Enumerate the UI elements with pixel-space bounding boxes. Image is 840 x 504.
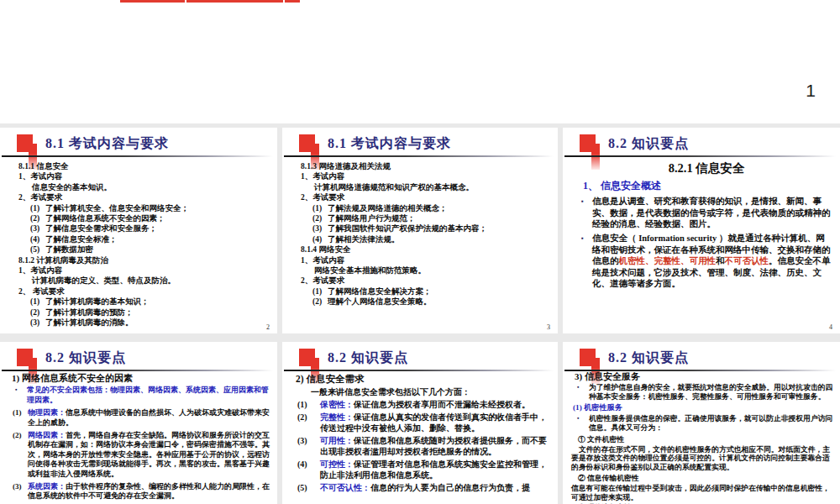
toolbar-edge-segment — [120, 0, 185, 3]
paragraph: 信息安全的基本知识。 — [32, 182, 272, 192]
item-text: 保证管理者对信息和信息系统实施安全监控和管理，防止非法利用信息和信息系统。 — [320, 459, 547, 480]
list-label: 1、考试内容 — [18, 171, 272, 181]
list-label: 2、考试要求 — [301, 276, 553, 286]
item-number: (4) — [312, 234, 322, 244]
item-text: 了解信息安全标准； — [45, 235, 118, 244]
bullet-item: ▪机密性服务提供信息的保密。正确使用该服务，就可以防止非授权用户访问信息。具体又… — [571, 414, 836, 433]
section-heading: 1) 网络信息系统不安全的因素 — [12, 374, 273, 383]
title-rule — [284, 370, 554, 371]
slide-body: 2) 信息安全需求 一般来讲信息安全需求包括以下几个方面： (1)保密性：保证信… — [292, 374, 553, 495]
list-label: 1、考试内容 — [301, 171, 553, 181]
slide-thumbnail-page-3[interactable]: 8.1 考试内容与要求 8.1.3 网络道德及相关法规 1、考试内容 计算机网络… — [282, 128, 558, 333]
term-label: 保密性： — [320, 400, 354, 409]
item-text: 了解我国软件知识产权保护法规的基本内容； — [328, 224, 487, 233]
list-item: (4)了解信息安全标准； — [18, 234, 272, 244]
list-item: (2)完整性：保证信息从真实的发信者传送到真实的收信者手中，传送过程中没有被他人… — [292, 412, 553, 433]
slide-body: 8.1.3 网络道德及相关法规 1、考试内容 计算机网络道德规范和知识产权的基本… — [301, 161, 553, 307]
list-item: (5)不可否认性：信息的行为人要为自己的信息行为负责，提 — [292, 482, 553, 493]
slide-body: 3) 信息安全服务 ▪为了维护信息自身的安全，就要抵抗对信息的安全威胁。用以对抗… — [571, 372, 836, 504]
list-item: (3)了解我国软件知识产权保护法规的基本内容； — [301, 223, 553, 234]
paragraph: 信息有可能在传输过程中受到攻击，因此必须同时保护在传输中的信息机密性，可通过加密… — [571, 484, 836, 502]
slide-title: 8.1 考试内容与要求 — [328, 135, 451, 153]
paragraph: 文件的存在形式不同，文件的机密性服务的方式也相应不同。对纸面文件，主要是存放这类… — [571, 445, 836, 472]
section-heading: 8.1.2 计算机病毒及其防治 — [18, 255, 272, 265]
item-number: (4) — [30, 234, 39, 244]
list-item: (1)保密性：保证信息为授权者享用而不泄漏给未经授权者。 — [292, 399, 553, 410]
bullet-icon: ▪ — [581, 196, 584, 207]
item-text: 保证信息从真实的发信者传送到真实的收信者手中，传送过程中没有被他人添加、删除、替… — [320, 412, 547, 433]
bullet-icon: ▪ — [577, 414, 579, 423]
slide-body: 1) 网络信息系统不安全的因素 ▪常见的不安全因素包括：物理因素、网络因素、系统… — [8, 374, 273, 504]
title-rule — [2, 155, 273, 157]
slide-title: 8.2 知识要点 — [608, 135, 689, 153]
slide-thumbnail-page-5[interactable]: 8.2 知识要点 1) 网络信息系统不安全的因素 ▪常见的不安全因素包括：物理因… — [0, 342, 277, 504]
list-item: (2)了解计算机病毒的预防； — [18, 307, 272, 318]
center-heading: 8.2.1 信息安全 — [580, 163, 833, 175]
slide-thumbnail-page-6[interactable]: 8.2 知识要点 2) 信息安全需求 一般来讲信息安全需求包括以下几个方面： (… — [282, 342, 558, 504]
term-label: 完整性： — [320, 412, 354, 422]
item-number: (1) — [312, 203, 322, 213]
item-number: (2) — [312, 297, 322, 307]
bullet-icon: ▪ — [15, 386, 17, 395]
list-label: 2、考试要求 — [301, 192, 553, 202]
item-number: (1) — [13, 408, 22, 417]
paragraph: 计算机网络道德规范和知识产权的基本概念。 — [314, 182, 553, 192]
term-label: 可用性： — [320, 436, 354, 445]
list-item: (4)了解相关法律法规。 — [301, 234, 553, 244]
item-text: 了解数据加密 — [45, 245, 93, 254]
item-number: (2) — [30, 213, 39, 223]
bullet-text: 为了维护信息自身的安全，就要抵抗对信息的安全威胁。用以对抗攻击的四种基本安全服务… — [589, 383, 832, 401]
bullet-item: ▪为了维护信息自身的安全，就要抵抗对信息的安全威胁。用以对抗攻击的四种基本安全服… — [571, 383, 836, 402]
list-item: (1)了解计算机安全、信息安全和网络安全； — [18, 203, 272, 213]
item-text: 了解计算机病毒的基本知识； — [45, 297, 150, 306]
section-heading: 3) 信息安全服务 — [575, 372, 836, 381]
highlight-red: 机密性、完整性、可用性 — [619, 256, 717, 265]
list-item: (3)系统因素：由于软件程序的复杂性、编程的多样性和人能力的局限性，在信息系统的… — [8, 482, 273, 501]
term-label: 物理因素： — [28, 408, 66, 417]
item-text: 了解法规及网络道德的相关概念； — [328, 204, 448, 213]
sub-heading: 一般来讲信息安全需求包括以下几个方面： — [311, 386, 553, 397]
list-item: (1)了解网络信息安全解决方案； — [301, 286, 553, 297]
title-rule — [564, 155, 836, 157]
list-item: (3)了解信息安全需求和安全服务； — [18, 223, 272, 234]
section-heading: 2) 信息安全需求 — [296, 374, 553, 385]
slide-thumbnail-page-2[interactable]: 8.1 考试内容与要求 8.1.1 信息安全 1、考试内容 信息安全的基本知识。… — [0, 128, 277, 333]
term-label: 不可否认性： — [320, 483, 370, 492]
item-text: 了解计算机病毒的预防； — [45, 308, 134, 317]
list-item: (3)可用性：保证信息和信息系统随时为授权者提供服务，而不要出现非授权者滥用却对… — [292, 435, 553, 457]
slide-body: 8.1.1 信息安全 1、考试内容 信息安全的基本知识。 2、考试要求 (1)了… — [18, 161, 272, 328]
toolbar-edge-segment — [285, 0, 300, 3]
slide-title: 8.1 考试内容与要求 — [45, 135, 169, 153]
item-text: 了解网络信息安全解决方案； — [328, 287, 432, 296]
highlight-red: 不可否认性 — [725, 256, 769, 265]
slide-thumbnail-page-4[interactable]: 8.2 知识要点 8.2.1 信息安全 1、 信息安全概述 ▪信息是从调查、研究… — [563, 128, 840, 333]
item-number: (1) — [312, 286, 322, 297]
item-text: 保证信息和信息系统随时为授权者提供服务，而不要出现非授权者滥用却对授权者拒绝服务… — [320, 436, 547, 456]
item-number: (1) — [297, 399, 307, 410]
item-number: (3) — [312, 223, 322, 234]
toolbar-edge-segment — [186, 0, 283, 3]
slide-thumbnail-page-7[interactable]: 8.2 知识要点 3) 信息安全服务 ▪为了维护信息自身的安全，就要抵抗对信息的… — [563, 342, 840, 504]
slide-page-number: 3 — [547, 323, 550, 331]
item-text: 了解相关法律法规。 — [328, 235, 400, 244]
bullet-text: 机密性服务提供信息的保密。正确使用该服务，就可以防止非授权用户访问信息。具体又可… — [589, 414, 832, 432]
item-text: 了解计算机病毒的消除。 — [45, 318, 134, 327]
item-number: (3) — [297, 435, 307, 446]
item-text: 保证信息为授权者享用而不泄漏给未经授权者。 — [354, 400, 530, 409]
list-item: (1)物理因素：信息系统中物理设备的自然损坏、人为破坏或灾难破坏带来安全上的威胁… — [8, 408, 273, 428]
slide-grid: 8.1 考试内容与要求 8.1.1 信息安全 1、考试内容 信息安全的基本知识。… — [0, 123, 840, 504]
list-label: 1、考试内容 — [18, 265, 272, 276]
bullet-text: 常见的不安全因素包括：物理因素、网络因素、系统因素、应用因素和管理因素。 — [27, 386, 269, 403]
list-item: (2)了解网络信息系统不安全的因素； — [18, 213, 272, 223]
item-number: (2) — [312, 213, 322, 223]
list-label: 1、考试内容 — [301, 255, 553, 265]
slide-body: 8.2.1 信息安全 1、 信息安全概述 ▪信息是从调查、研究和教育获得的知识，… — [580, 161, 833, 292]
list-item: (5)了解数据加密 — [18, 244, 272, 255]
item-number: (5) — [30, 244, 39, 255]
item-text: 了解网络信息系统不安全的因素； — [45, 214, 165, 223]
item-number: (2) — [297, 412, 307, 423]
term-label: 系统因素： — [28, 482, 66, 491]
list-label: 2、考试要求 — [18, 192, 272, 202]
title-rule — [284, 155, 554, 157]
bullet-item: ▪信息安全（ Information security ）就是通过各种计算机、网… — [580, 233, 833, 290]
